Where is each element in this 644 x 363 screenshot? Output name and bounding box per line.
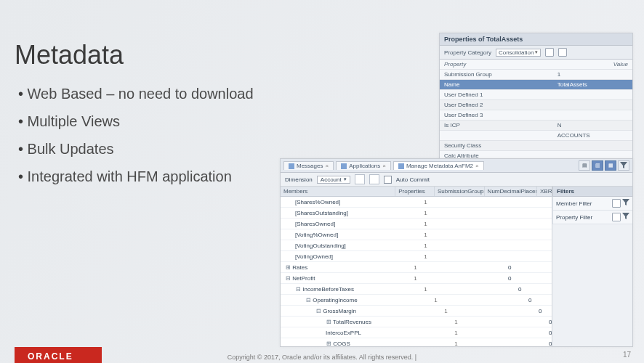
funnel-icon[interactable] — [622, 199, 629, 208]
col-submissiongroup[interactable]: SubmissionGroup — [435, 187, 485, 196]
table-row[interactable]: IntercoExPPL10 — [281, 327, 552, 338]
member-label: GrossMargin — [323, 308, 356, 314]
member-cell: ⊟ IncomeBeforeTaxes — [281, 286, 406, 293]
funnel-icon[interactable] — [558, 48, 567, 57]
document-icon — [341, 163, 347, 169]
table-row[interactable]: [SharesOwned]1 — [281, 219, 552, 229]
property-key — [440, 135, 555, 136]
expand-icon[interactable]: ⊞ — [326, 319, 331, 325]
table-row[interactable]: [Voting%Owned]1 — [281, 229, 552, 240]
table-row[interactable]: ⊟ IncomeBeforeTaxes10 — [281, 284, 552, 295]
filter-row[interactable]: Property Filter — [552, 211, 632, 224]
table-row[interactable]: [VotingOwned]1 — [281, 251, 552, 262]
property-category-label: Property Category — [444, 49, 491, 56]
properties-cell: 1 — [437, 340, 475, 347]
table-row[interactable]: [Shares%Owned]1 — [281, 197, 552, 208]
funnel-icon[interactable] — [618, 160, 629, 171]
property-row[interactable]: NameTotalAssets — [440, 80, 632, 90]
chevron-down-icon: ▾ — [344, 176, 347, 182]
property-value: TotalAssets — [555, 81, 632, 89]
document-icon — [398, 163, 404, 169]
table-row[interactable]: [VotingOutstanding]1 — [281, 240, 552, 251]
bullet-list: Web Based – no need to download Multiple… — [18, 80, 254, 190]
close-icon[interactable]: × — [325, 163, 329, 169]
member-label: IntercoExPPL — [326, 330, 361, 336]
decimals-cell: 0 — [484, 275, 536, 282]
filter-row[interactable]: Member Filter — [552, 197, 632, 211]
header-property: Property — [440, 60, 555, 68]
clear-filter-icon[interactable] — [612, 213, 621, 221]
tab-bar: Messages×Applications×Manage Metadata An… — [281, 159, 632, 173]
slide-title: Metadata — [15, 40, 124, 70]
tab[interactable]: Manage Metadata AnFM2× — [393, 161, 484, 170]
col-xbrltags[interactable]: XBRLTags — [537, 187, 552, 196]
funnel-icon[interactable] — [622, 213, 629, 221]
table-row[interactable]: ⊟ OperatingIncome10 — [281, 295, 552, 306]
member-cell: ⊟ GrossMargin — [281, 308, 427, 314]
expand-icon[interactable]: ⊞ — [285, 264, 291, 271]
member-cell: ⊞ TotalRevenues — [281, 319, 437, 325]
property-row[interactable]: Submission Group1 — [440, 70, 632, 80]
clear-filter-icon[interactable] — [612, 199, 621, 208]
property-row[interactable]: User Defined 1 — [440, 90, 632, 100]
expand-icon[interactable]: ⊟ — [315, 308, 321, 314]
table-row[interactable]: [SharesOutstanding]1 — [281, 208, 552, 219]
properties-cell: 1 — [416, 297, 455, 303]
expand-icon[interactable]: ⊟ — [295, 286, 301, 293]
copyright-text: Copyright © 2017, Oracle and/or its affi… — [0, 354, 644, 361]
app-body: Members Properties SubmissionGroup NumDe… — [281, 187, 632, 346]
member-cell: ⊞ Rates — [281, 264, 396, 271]
table-row[interactable]: ⊞ TotalRevenues10 — [281, 317, 552, 327]
properties-panel: Properties of TotalAssets Property Categ… — [439, 33, 633, 172]
member-label: [VotingOwned] — [295, 253, 333, 260]
member-label: IncomeBeforeTaxes — [302, 286, 354, 293]
auto-commit-checkbox[interactable] — [384, 176, 392, 184]
table-row[interactable]: ⊞ COGS10 — [281, 338, 552, 346]
view-btn-2[interactable]: ▥ — [592, 160, 603, 171]
bullet-item: Multiple Views — [18, 107, 254, 135]
table-row[interactable]: ⊟ NetProfit10 — [281, 273, 552, 284]
property-row[interactable]: ACCOUNTS — [440, 131, 632, 141]
view-btn-1[interactable]: ▤ — [579, 160, 590, 171]
properties-cell: 1 — [396, 264, 435, 271]
filter-icon[interactable] — [545, 48, 554, 57]
close-icon[interactable]: × — [475, 163, 479, 169]
properties-title: Properties of TotalAssets — [440, 33, 632, 46]
slide: Metadata Web Based – no need to download… — [0, 0, 644, 363]
document-icon — [289, 163, 294, 169]
col-numdecimalplaces[interactable]: NumDecimalPlaces — [485, 187, 537, 196]
filter-label: Member Filter — [556, 200, 592, 207]
member-cell: [SharesOwned] — [281, 221, 406, 227]
expand-icon[interactable]: ⊟ — [285, 275, 291, 282]
properties-cell: 1 — [396, 275, 435, 282]
dimension-value: Account — [321, 176, 342, 183]
properties-cell: 1 — [406, 286, 445, 293]
property-row[interactable]: Is ICPN — [440, 121, 632, 131]
property-row[interactable]: User Defined 3 — [440, 110, 632, 121]
tab[interactable]: Applications× — [336, 161, 391, 170]
properties-grid-header: Property Value — [440, 60, 632, 70]
tab-label: Messages — [297, 163, 323, 169]
view-btn-3[interactable]: ▦ — [605, 160, 616, 171]
tab[interactable]: Messages× — [283, 161, 334, 170]
table-row[interactable]: ⊞ Rates10 — [281, 262, 552, 273]
decimals-cell: 0 — [525, 340, 552, 347]
member-cell: ⊟ OperatingIncome — [281, 297, 416, 303]
property-row[interactable]: Security Class — [440, 141, 632, 151]
table-row[interactable]: ⊟ GrossMargin10 — [281, 306, 552, 317]
expand-icon[interactable]: ⊟ — [305, 297, 311, 303]
property-category-dropdown[interactable]: Consolidation — [496, 49, 541, 57]
member-label: Rates — [292, 264, 307, 271]
col-members[interactable]: Members — [281, 187, 395, 196]
toolbar-btn[interactable] — [369, 174, 379, 184]
close-icon[interactable]: × — [382, 163, 386, 169]
properties-cell: 1 — [437, 319, 475, 325]
dimension-label: Dimension — [285, 176, 313, 183]
toolbar-btn[interactable] — [355, 174, 365, 184]
property-row[interactable]: User Defined 2 — [440, 100, 632, 110]
member-label: OperatingIncome — [313, 297, 357, 303]
grid-header: Members Properties SubmissionGroup NumDe… — [281, 187, 552, 197]
expand-icon[interactable]: ⊞ — [326, 340, 331, 347]
col-properties[interactable]: Properties — [395, 187, 435, 196]
dimension-dropdown[interactable]: Account ▾ — [317, 176, 350, 184]
